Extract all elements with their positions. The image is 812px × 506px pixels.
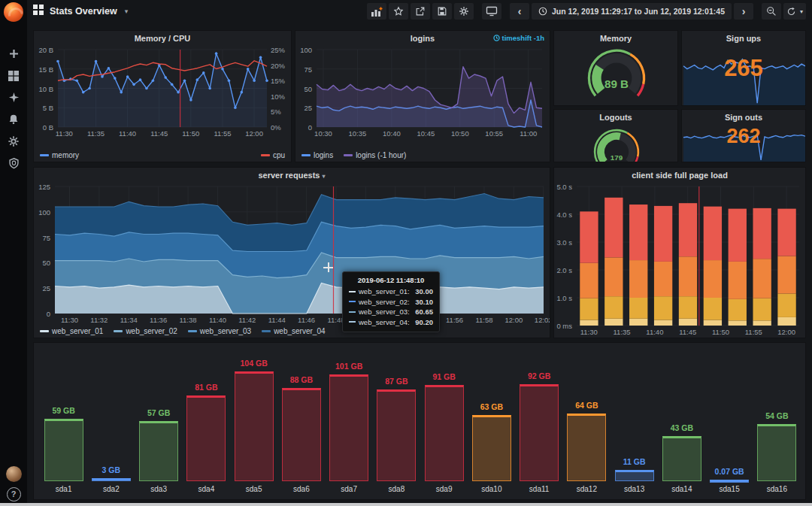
svg-text:89 B: 89 B: [604, 77, 629, 90]
panel-title[interactable]: client side full page load: [554, 168, 805, 183]
memory-cpu-graph[interactable]: 0 B5 B10 B15 B20 B0%5%10%15%20%25%11:301…: [34, 46, 292, 138]
x-axis-tick: 11:42: [234, 316, 261, 324]
y-axis-tick: 20 B: [34, 46, 53, 54]
disk-bar[interactable]: [44, 419, 83, 481]
legend-item[interactable]: web_server_01: [40, 327, 103, 335]
x-axis-tick: 12:00: [500, 316, 527, 324]
disk-bar[interactable]: [472, 415, 511, 481]
disk-value-label: 54 GB: [753, 411, 801, 420]
memory-gauge[interactable]: 89 B: [574, 47, 659, 105]
disk-bar[interactable]: [425, 385, 464, 481]
page-load-chart[interactable]: 0 ms1.0 s2.0 s3.0 s4.0 s5.0 s11:3011:351…: [554, 183, 806, 338]
legend-item[interactable]: logins: [301, 151, 333, 159]
tooltip-series-value: 30.00: [415, 287, 433, 295]
panel-title[interactable]: Sign outs: [682, 110, 805, 125]
disk-bar[interactable]: [520, 384, 559, 481]
disk-usage-chart[interactable]: 59 GBsda13 GBsda257 GBsda381 GBsda4104 G…: [40, 346, 801, 498]
panel-title[interactable]: Sign ups: [682, 31, 805, 46]
disk-name-label: sda16: [753, 485, 801, 493]
time-range-forward-button[interactable]: ›: [734, 3, 753, 20]
disk-value-label: 11 GB: [611, 457, 658, 466]
panel-title[interactable]: server requests ▾: [34, 168, 550, 183]
time-range-picker[interactable]: Jun 12, 2019 11:29:17 to Jun 12, 2019 12…: [532, 3, 732, 20]
legend-item[interactable]: memory: [40, 151, 79, 159]
graph-legend: web_server_01web_server_02web_server_03w…: [40, 326, 544, 336]
disk-bar[interactable]: [139, 421, 178, 481]
panel-server-requests: server requests ▾ 025507510012511:3011:3…: [33, 167, 550, 338]
legend-color-dash: [188, 330, 197, 332]
disk-bar[interactable]: [186, 395, 226, 481]
favorite-star-button[interactable]: [389, 3, 408, 20]
x-axis-tick: 11:35: [82, 129, 109, 138]
y-axis-tick: 50: [34, 259, 50, 267]
legend-item[interactable]: cpu: [261, 151, 285, 159]
alerting-bell-icon[interactable]: [0, 108, 27, 130]
y-axis-tick: 100: [34, 208, 50, 217]
y-axis-tick: 1.0 s: [554, 294, 572, 302]
panel-title[interactable]: Memory: [554, 31, 677, 46]
dashboards-icon[interactable]: [0, 65, 27, 86]
dashboard-squares-icon[interactable]: [33, 5, 44, 18]
cycle-view-button[interactable]: [482, 3, 501, 20]
chart-tooltip: 2019-06-12 11:48:10 web_server_01:30.00w…: [342, 271, 440, 332]
panel-title[interactable]: Memory / CPU: [34, 31, 291, 46]
svg-text:179: 179: [611, 153, 623, 162]
disk-name-label: sda11: [516, 485, 563, 493]
user-avatar[interactable]: [6, 466, 22, 482]
disk-value-label: 64 GB: [563, 401, 611, 410]
disk-bar[interactable]: [282, 388, 321, 481]
disk-bar[interactable]: [377, 389, 416, 481]
disk-bar[interactable]: [615, 470, 654, 481]
disk-bar[interactable]: [662, 436, 701, 481]
disk-name-label: sda1: [40, 485, 87, 493]
disk-name-label: sda9: [420, 485, 468, 493]
tooltip-row: web_server_03:60.65: [349, 308, 433, 316]
legend-item[interactable]: logins (-1 hour): [344, 151, 406, 159]
dashboard-title[interactable]: Stats Overview: [50, 6, 117, 17]
legend-item[interactable]: web_server_04: [262, 327, 325, 335]
dashboard-settings-button[interactable]: [454, 3, 474, 20]
create-plus-icon[interactable]: [0, 43, 27, 65]
disk-bar[interactable]: [235, 371, 274, 481]
y-axis-tick: 25: [295, 104, 312, 112]
sign-outs-value: 262: [682, 125, 805, 148]
tooltip-series-value: 90.20: [415, 318, 433, 326]
disk-name-label: sda13: [611, 485, 658, 493]
help-icon[interactable]: ?: [7, 487, 21, 501]
timeshift-tag[interactable]: timeshift -1h: [493, 34, 544, 42]
refresh-button[interactable]: ▾: [783, 3, 806, 20]
title-caret-icon[interactable]: ▾: [125, 8, 129, 15]
panel-logins: logins timeshift -1h 025507510010:3010:3…: [295, 30, 550, 162]
disk-name-label: sda7: [326, 485, 373, 493]
disk-bar[interactable]: [92, 478, 131, 481]
grafana-logo[interactable]: [4, 2, 23, 22]
legend-item[interactable]: web_server_02: [114, 327, 177, 335]
configuration-gear-icon[interactable]: [0, 130, 27, 152]
panel-title-caret-icon: ▾: [323, 173, 326, 180]
legend-color-dash: [114, 330, 123, 332]
disk-bar[interactable]: [710, 480, 749, 483]
add-panel-button[interactable]: [367, 3, 386, 20]
screen-bottom-strip: [0, 503, 812, 506]
server-admin-shield-icon[interactable]: [0, 152, 27, 174]
disk-bar[interactable]: [757, 424, 796, 481]
explore-icon[interactable]: [0, 86, 27, 108]
disk-bar[interactable]: [329, 374, 368, 481]
legend-color-dash: [301, 154, 311, 156]
disk-bar[interactable]: [567, 414, 606, 481]
time-range-back-button[interactable]: ‹: [510, 3, 529, 20]
legend-item[interactable]: web_server_03: [188, 327, 251, 335]
server-requests-graph[interactable]: 025507510012511:3011:3211:3411:3611:3811…: [34, 183, 550, 324]
save-button[interactable]: [432, 3, 452, 20]
tooltip-series-dash: [349, 291, 356, 292]
legend-label: web_server_02: [126, 327, 177, 335]
share-button[interactable]: [411, 3, 430, 20]
x-axis-tick: 11:32: [86, 316, 113, 324]
zoom-out-button[interactable]: [762, 3, 781, 20]
logouts-gauge[interactable]: 179: [583, 127, 650, 162]
x-axis-tick: 11:30: [56, 316, 83, 324]
tooltip-series-value: 30.10: [415, 298, 433, 306]
logins-graph[interactable]: 025507510010:3010:3510:4010:4510:5010:55…: [295, 46, 550, 138]
panel-page-load: client side full page load 0 ms1.0 s2.0 …: [553, 167, 806, 338]
panel-title[interactable]: Logouts: [554, 110, 677, 125]
